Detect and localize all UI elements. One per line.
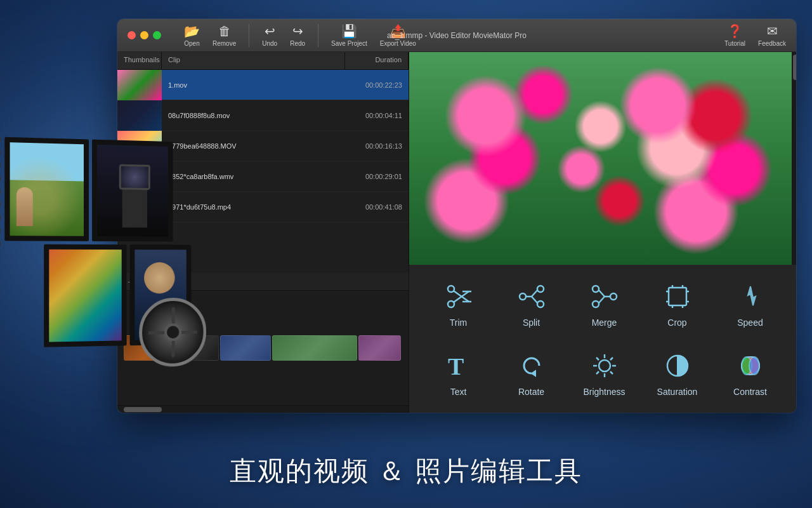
minimize-button[interactable] xyxy=(140,31,148,39)
svg-point-6 xyxy=(520,293,526,300)
file-name-0: 1.mov xyxy=(162,81,345,89)
film-frame-2 xyxy=(92,140,173,242)
brightness-tool[interactable]: Brightness xyxy=(568,344,641,403)
file-row[interactable]: 1.mov 00:00:22:23 xyxy=(117,70,409,100)
split-label: Split xyxy=(523,318,540,328)
save-label: Save Project xyxy=(331,40,367,47)
svg-point-1 xyxy=(448,286,454,292)
bottom-tagline: 直观的视频 ＆ 照片编辑工具 xyxy=(0,453,812,489)
speed-tool[interactable]: Speed xyxy=(714,274,787,334)
trim-icon xyxy=(443,281,475,312)
save-project-button[interactable]: 💾 Save Project xyxy=(331,23,367,47)
film-reel xyxy=(139,298,206,368)
split-icon xyxy=(516,281,547,312)
trim-tool[interactable]: Trim xyxy=(422,274,495,334)
speed-label: Speed xyxy=(737,318,763,328)
contrast-icon xyxy=(735,350,766,382)
open-label: Open xyxy=(184,40,199,47)
svg-marker-28 xyxy=(532,371,535,376)
redo-label: Redo xyxy=(290,40,305,47)
undo-label: Undo xyxy=(262,40,277,47)
tools-row-1: Trim xyxy=(422,274,787,334)
tutorial-label: Tutorial xyxy=(724,40,745,47)
file-duration-1: 00:00:04:11 xyxy=(345,112,409,119)
saturation-tool[interactable]: Saturation xyxy=(641,344,714,403)
file-name-1: 08u7f0888f8u8.mov xyxy=(162,112,345,119)
film-strip-container xyxy=(0,130,206,391)
feedback-button[interactable]: ✉ Feedback xyxy=(758,23,786,47)
open-button[interactable]: 📂 Open xyxy=(184,23,200,47)
crop-tool[interactable]: Crop xyxy=(641,274,714,334)
remove-label: Remove xyxy=(213,40,236,47)
svg-rect-18 xyxy=(669,288,686,305)
trim-label: Trim xyxy=(450,318,467,328)
text-tool[interactable]: T Text xyxy=(422,344,495,403)
timeline-clip-4[interactable] xyxy=(272,335,357,361)
film-perforations-left xyxy=(0,137,1,358)
flower-overlay xyxy=(409,52,792,265)
window-title: ac_1.mmp - Video Editor MovieMator Pro xyxy=(387,31,527,40)
svg-line-11 xyxy=(532,297,537,303)
merge-label: Merge xyxy=(592,318,617,328)
brightness-label: Brightness xyxy=(583,387,625,397)
svg-point-7 xyxy=(537,286,544,292)
remove-button[interactable]: 🗑 Remove xyxy=(213,24,236,47)
feedback-icon: ✉ xyxy=(767,23,778,39)
file-panel-header: Thumbnails Clip Duration xyxy=(117,52,409,70)
file-row[interactable]: 08u7f0888f8u8.mov 00:00:04:11 xyxy=(117,100,409,131)
speed-icon xyxy=(735,281,766,312)
svg-text:T: T xyxy=(448,353,464,380)
close-button[interactable] xyxy=(128,31,136,39)
file-thumb-0 xyxy=(117,70,162,100)
film-frame-1 xyxy=(4,137,89,241)
open-icon: 📂 xyxy=(184,23,200,39)
remove-icon: 🗑 xyxy=(218,24,231,39)
redo-button[interactable]: ↪ Redo xyxy=(290,23,305,47)
svg-point-14 xyxy=(593,301,599,307)
contrast-tool[interactable]: Contrast xyxy=(714,344,787,403)
svg-line-37 xyxy=(596,371,599,374)
maximize-button[interactable] xyxy=(153,31,161,39)
mac-window: ac_1.mmp - Video Editor MovieMator Pro 📂… xyxy=(117,19,796,413)
svg-line-16 xyxy=(599,290,605,297)
crop-label: Crop xyxy=(667,318,686,328)
horizontal-scrollbar[interactable] xyxy=(117,405,409,413)
undo-button[interactable]: ↩ Undo xyxy=(262,23,277,47)
vertical-scrollbar[interactable] xyxy=(792,52,796,265)
brightness-icon xyxy=(589,350,620,382)
file-duration-4: 00:00:41:08 xyxy=(345,203,409,211)
tools-row-2: T Text Rotate xyxy=(422,344,787,403)
scrollbar-thumb[interactable] xyxy=(124,407,162,412)
toolbar-separator-1 xyxy=(249,24,249,47)
timeline-clip-3[interactable] xyxy=(220,335,271,361)
toolbar-separator-2 xyxy=(318,24,318,47)
main-toolbar: 📂 Open 🗑 Remove ↩ Undo ↪ Redo 💾 Save Pro… xyxy=(184,23,416,47)
v-scroll-thumb[interactable] xyxy=(793,55,796,80)
export-label: Export Video xyxy=(380,40,416,47)
text-icon: T xyxy=(443,350,475,382)
svg-point-29 xyxy=(599,360,610,371)
merge-tool[interactable]: Merge xyxy=(568,274,641,334)
col-duration: Duration xyxy=(345,52,409,69)
saturation-label: Saturation xyxy=(657,387,698,397)
rotate-label: Rotate xyxy=(518,387,544,397)
svg-point-42 xyxy=(749,357,759,375)
feedback-label: Feedback xyxy=(758,40,786,47)
split-tool[interactable]: Split xyxy=(495,274,568,334)
preview-panel: Trim xyxy=(409,52,796,413)
saturation-icon xyxy=(662,350,693,382)
svg-line-10 xyxy=(532,290,537,297)
rotate-tool[interactable]: Rotate xyxy=(495,344,568,403)
video-preview xyxy=(409,52,792,265)
traffic-lights xyxy=(128,31,161,39)
film-frame-3 xyxy=(44,244,126,347)
file-duration-0: 00:00:22:23 xyxy=(345,81,409,89)
toolbar-right: ❓ Tutorial ✉ Feedback xyxy=(724,23,786,47)
tutorial-button[interactable]: ❓ Tutorial xyxy=(724,23,745,47)
redo-icon: ↪ xyxy=(292,23,303,39)
file-duration-3: 00:00:29:01 xyxy=(345,173,409,180)
svg-point-0 xyxy=(448,301,454,307)
col-clip: Clip xyxy=(162,52,345,69)
timeline-clip-5[interactable] xyxy=(358,335,401,361)
contrast-label: Contrast xyxy=(733,387,767,397)
